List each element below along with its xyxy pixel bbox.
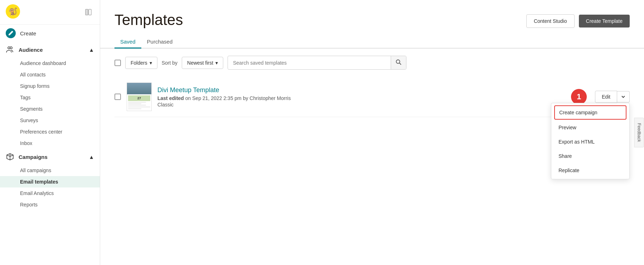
thumb-line-5: [128, 108, 141, 109]
template-info: Divi Meetup Template Last edited on Sep …: [157, 86, 589, 108]
template-type: Classic: [157, 102, 589, 108]
search-input[interactable]: [228, 57, 391, 69]
template-list: 27 Divi Meetup Template Last edited on S…: [100, 77, 644, 117]
search-container: [228, 56, 406, 70]
main-content: Templates Content Studio Create Template…: [100, 0, 644, 265]
thumb-line-1: [128, 102, 146, 103]
sidebar-item-audience-dashboard[interactable]: Audience dashboard: [0, 58, 100, 69]
create-icon: [6, 28, 16, 38]
sidebar-item-surveys[interactable]: Surveys: [0, 115, 100, 126]
sidebar-section-audience: Audience ▲ Audience dashboard All contac…: [0, 42, 100, 149]
edit-button[interactable]: Edit: [595, 91, 617, 103]
folders-chevron-icon: ▾: [150, 60, 152, 66]
sort-select-button[interactable]: Newest first ▾: [182, 57, 223, 69]
folders-label: Folders: [131, 60, 147, 66]
sidebar-section-header-campaigns[interactable]: Campaigns ▲: [0, 149, 100, 165]
audience-label: Audience: [19, 47, 43, 53]
campaigns-label: Campaigns: [19, 154, 48, 160]
sidebar-item-email-analytics[interactable]: Email Analytics: [0, 188, 100, 199]
sidebar-item-reports[interactable]: Reports: [0, 199, 100, 210]
dropdown-item-export-html[interactable]: Export as HTML: [551, 135, 629, 149]
campaigns-section-icon: Campaigns: [6, 152, 48, 161]
svg-rect-2: [86, 9, 88, 15]
thumb-line-4: [128, 106, 150, 108]
sidebar-item-create[interactable]: Create: [0, 25, 100, 42]
dropdown-item-replicate[interactable]: Replicate: [551, 163, 629, 178]
sidebar-item-all-contacts[interactable]: All contacts: [0, 69, 100, 80]
sidebar-section-campaigns: Campaigns ▲ All campaigns Email template…: [0, 149, 100, 210]
sidebar-item-signup-forms[interactable]: Signup forms: [0, 80, 100, 92]
svg-text:🐒: 🐒: [9, 7, 18, 16]
dropdown-item-create-campaign[interactable]: Create campaign: [554, 105, 626, 120]
thumb-line-3: [128, 105, 146, 106]
header-actions: Content Studio Create Template: [526, 14, 630, 28]
sort-value: Newest first: [187, 60, 213, 66]
sidebar-item-all-campaigns[interactable]: All campaigns: [0, 165, 100, 176]
sidebar: 🐒 Create: [0, 0, 100, 265]
feedback-tab[interactable]: Feedback: [634, 118, 644, 148]
sort-chevron-icon: ▾: [215, 60, 218, 66]
audience-chevron-icon: ▲: [89, 47, 94, 53]
svg-point-5: [10, 47, 12, 49]
thumb-content: 27: [127, 94, 151, 111]
sort-by-label: Sort by: [162, 60, 177, 66]
sidebar-item-segments[interactable]: Segments: [0, 103, 100, 115]
thumb-date: 27: [128, 95, 150, 101]
audience-sub-items: Audience dashboard All contacts Signup f…: [0, 58, 100, 149]
dropdown-toggle-button[interactable]: [617, 91, 630, 102]
thumb-header: [127, 83, 151, 94]
dropdown-menu: Create campaign Preview Export as HTML S…: [551, 103, 630, 179]
template-name[interactable]: Divi Meetup Template: [157, 86, 589, 94]
mailchimp-logo[interactable]: 🐒: [6, 4, 20, 20]
template-thumbnail: 27: [127, 82, 152, 111]
campaigns-sub-items: All campaigns Email templates Email Anal…: [0, 165, 100, 210]
svg-point-4: [8, 47, 10, 49]
svg-point-6: [396, 60, 400, 64]
template-checkbox[interactable]: [114, 94, 121, 100]
tab-saved[interactable]: Saved: [114, 36, 141, 49]
main-header: Templates Content Studio Create Template: [100, 0, 644, 36]
select-all-checkbox[interactable]: [114, 60, 121, 66]
tabs: Saved Purchased: [100, 36, 644, 49]
sidebar-section-header-audience[interactable]: Audience ▲: [0, 42, 100, 58]
create-label: Create: [20, 30, 36, 36]
sidebar-item-preferences-center[interactable]: Preferences center: [0, 126, 100, 138]
sidebar-item-tags[interactable]: Tags: [0, 92, 100, 103]
sidebar-toggle-button[interactable]: [83, 6, 94, 18]
thumb-line-2: [128, 103, 141, 104]
folders-button[interactable]: Folders ▾: [125, 57, 157, 69]
sidebar-item-email-templates[interactable]: Email templates: [0, 176, 100, 188]
template-last-edited-date: on Sep 21, 2022 2:35 pm by Christopher M…: [185, 95, 291, 101]
template-actions: Edit Create campaign Preview Export as H…: [595, 91, 630, 103]
dropdown-item-preview[interactable]: Preview: [551, 120, 629, 135]
dropdown-item-share[interactable]: Share: [551, 149, 629, 163]
svg-line-7: [400, 63, 401, 65]
search-button[interactable]: [391, 56, 406, 69]
audience-section-icon: Audience: [6, 45, 43, 54]
template-last-edited-label: Last edited: [157, 95, 184, 101]
svg-rect-3: [89, 9, 91, 15]
tab-purchased[interactable]: Purchased: [141, 36, 179, 49]
campaigns-chevron-icon: ▲: [89, 154, 94, 160]
template-meta: Last edited on Sep 21, 2022 2:35 pm by C…: [157, 95, 589, 101]
sidebar-item-inbox[interactable]: Inbox: [0, 138, 100, 149]
sidebar-top: 🐒: [0, 0, 100, 25]
step-badge: 1: [571, 89, 587, 105]
toolbar: Folders ▾ Sort by Newest first ▾: [100, 49, 644, 77]
content-studio-button[interactable]: Content Studio: [526, 14, 575, 28]
create-template-button[interactable]: Create Template: [579, 15, 630, 28]
page-title: Templates: [114, 11, 183, 29]
table-row: 27 Divi Meetup Template Last edited on S…: [114, 77, 630, 117]
